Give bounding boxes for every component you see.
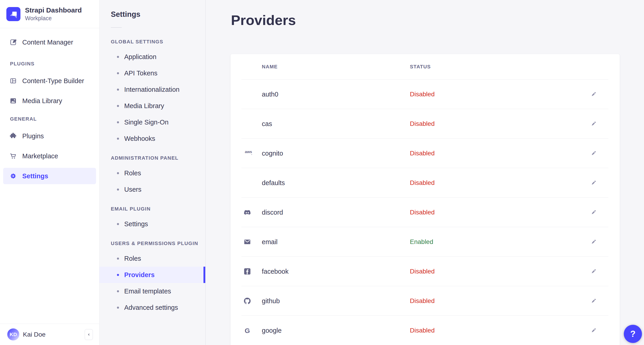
settings-nav-item-internationalization[interactable]: Internationalization bbox=[100, 81, 205, 98]
settings-nav-item-webhooks[interactable]: Webhooks bbox=[100, 130, 205, 147]
content-manager-icon bbox=[10, 38, 17, 46]
provider-name: facebook bbox=[262, 268, 410, 275]
provider-name: cas bbox=[262, 120, 410, 128]
avatar[interactable]: KD bbox=[7, 328, 19, 340]
settings-item-label: Media Library bbox=[124, 102, 164, 110]
settings-section-label: ADMINISTRATION PANEL bbox=[111, 155, 205, 162]
table-row-facebook: facebook Disabled bbox=[230, 257, 620, 286]
settings-subnav: Settings GLOBAL SETTINGS Application API… bbox=[100, 0, 206, 345]
table-row-github: github Disabled bbox=[230, 286, 620, 316]
provider-name: github bbox=[262, 297, 410, 305]
settings-nav-item-roles[interactable]: Roles bbox=[100, 165, 205, 181]
table-row-discord: discord Disabled bbox=[230, 198, 620, 227]
strapi-logo-icon bbox=[6, 7, 20, 21]
sidebar-item-settings[interactable]: Settings bbox=[3, 168, 96, 184]
sidebar-item-content-manager[interactable]: Content Manager bbox=[3, 34, 96, 50]
aws-icon bbox=[244, 150, 262, 157]
settings-nav-item-application[interactable]: Application bbox=[100, 48, 205, 65]
pencil-icon bbox=[590, 180, 597, 186]
sidebar-nav: Content Manager PLUGINS Content-Type Bui… bbox=[0, 28, 99, 324]
sidebar-item-label: Content-Type Builder bbox=[22, 77, 84, 85]
settings-item-label: Webhooks bbox=[124, 135, 155, 142]
sidebar-item-label: Settings bbox=[22, 172, 48, 180]
provider-status: Disabled bbox=[410, 120, 589, 128]
settings-item-label: Internationalization bbox=[124, 86, 180, 93]
pencil-icon bbox=[590, 298, 597, 304]
sidebar-item-plugins[interactable]: Plugins bbox=[3, 128, 96, 144]
pencil-icon bbox=[590, 91, 597, 98]
provider-status: Disabled bbox=[410, 268, 589, 275]
settings-item-label: Advanced settings bbox=[124, 304, 178, 312]
edit-provider-button[interactable] bbox=[589, 296, 598, 306]
gear-icon bbox=[10, 172, 17, 180]
app-sidebar: Strapi Dashboard Workplace Content Manag… bbox=[0, 0, 100, 345]
provider-status: Enabled bbox=[410, 238, 589, 246]
pencil-icon bbox=[590, 268, 597, 275]
provider-name: email bbox=[262, 238, 410, 246]
bullet-icon bbox=[117, 223, 119, 225]
main-content: Providers NAME STATUS auth0 Disabled cas… bbox=[206, 0, 644, 345]
provider-status: Disabled bbox=[410, 209, 589, 216]
bullet-icon bbox=[117, 172, 119, 174]
settings-item-label: Settings bbox=[124, 220, 148, 228]
edit-provider-button[interactable] bbox=[589, 237, 598, 246]
providers-table-card: NAME STATUS auth0 Disabled cas Disabled … bbox=[230, 54, 620, 345]
provider-status: Disabled bbox=[410, 297, 589, 304]
media-library-icon bbox=[10, 97, 17, 104]
table-row-defaults: defaults Disabled bbox=[230, 168, 620, 198]
subnav-title: Settings bbox=[111, 9, 205, 20]
provider-status: Disabled bbox=[410, 327, 589, 334]
pencil-icon bbox=[590, 150, 597, 157]
page-title: Providers bbox=[231, 12, 644, 28]
provider-status: Disabled bbox=[410, 150, 589, 157]
sidebar-item-marketplace[interactable]: Marketplace bbox=[3, 148, 96, 164]
google-icon bbox=[244, 326, 262, 334]
app-title: Strapi Dashboard bbox=[25, 6, 82, 14]
help-button[interactable]: ? bbox=[624, 325, 642, 343]
settings-nav-item-users[interactable]: Users bbox=[100, 181, 205, 198]
bullet-icon bbox=[117, 306, 119, 309]
brand: Strapi Dashboard Workplace bbox=[0, 0, 99, 28]
sidebar-section-label: PLUGINS bbox=[10, 60, 99, 67]
table-row-cas: cas Disabled bbox=[230, 109, 620, 138]
settings-nav-item-media-library[interactable]: Media Library bbox=[100, 98, 205, 114]
marketplace-icon bbox=[10, 152, 17, 160]
table-row-auth0: auth0 Disabled bbox=[230, 80, 620, 109]
provider-name: cognito bbox=[262, 150, 410, 157]
sidebar-item-media-library[interactable]: Media Library bbox=[3, 93, 96, 109]
sidebar-section-label: GENERAL bbox=[10, 116, 99, 122]
settings-nav-item-single-sign-on[interactable]: Single Sign-On bbox=[100, 114, 205, 130]
table-row-google: google Disabled bbox=[230, 316, 620, 345]
settings-item-label: Providers bbox=[124, 271, 155, 279]
settings-nav-item-providers[interactable]: Providers bbox=[100, 267, 205, 283]
sidebar-footer: KD Kai Doe bbox=[0, 324, 99, 345]
user-name: Kai Doe bbox=[23, 331, 85, 338]
table-header-row: NAME STATUS bbox=[230, 54, 620, 80]
provider-name: discord bbox=[262, 209, 410, 216]
settings-nav-item-api-tokens[interactable]: API Tokens bbox=[100, 65, 205, 81]
email-icon bbox=[244, 238, 262, 246]
bullet-icon bbox=[117, 105, 119, 107]
edit-provider-button[interactable] bbox=[589, 149, 598, 158]
bullet-icon bbox=[117, 274, 119, 276]
settings-nav-item-email-templates[interactable]: Email templates bbox=[100, 283, 205, 299]
column-header-name: NAME bbox=[262, 64, 410, 70]
settings-nav-item-roles[interactable]: Roles bbox=[100, 250, 205, 267]
settings-item-label: Application bbox=[124, 53, 156, 61]
edit-provider-button[interactable] bbox=[589, 326, 598, 335]
settings-item-label: Roles bbox=[124, 170, 141, 177]
edit-provider-button[interactable] bbox=[589, 208, 598, 217]
bullet-icon bbox=[117, 290, 119, 292]
edit-provider-button[interactable] bbox=[589, 90, 598, 99]
settings-section-label: EMAIL PLUGIN bbox=[111, 206, 205, 212]
edit-provider-button[interactable] bbox=[589, 267, 598, 276]
settings-nav-item-settings[interactable]: Settings bbox=[100, 216, 205, 232]
edit-provider-button[interactable] bbox=[589, 178, 598, 188]
sidebar-item-content-type-builder[interactable]: Content-Type Builder bbox=[3, 73, 96, 89]
bullet-icon bbox=[117, 88, 119, 90]
collapse-sidebar-button[interactable] bbox=[85, 329, 93, 340]
settings-nav-item-advanced-settings[interactable]: Advanced settings bbox=[100, 299, 205, 316]
sidebar-item-label: Plugins bbox=[22, 132, 44, 140]
sidebar-item-label: Content Manager bbox=[22, 38, 73, 46]
edit-provider-button[interactable] bbox=[589, 119, 598, 128]
